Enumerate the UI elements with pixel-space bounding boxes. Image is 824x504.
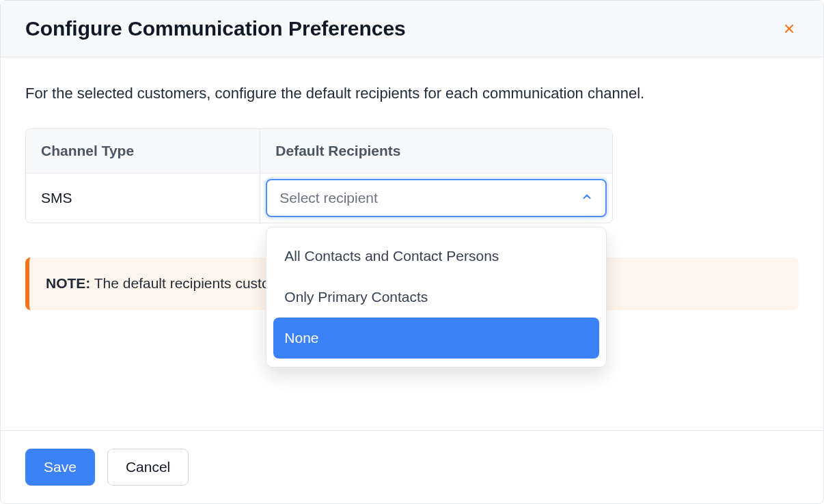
modal-header: Configure Communication Preferences <box>1 1 823 57</box>
dropdown-option-all[interactable]: All Contacts and Contact Persons <box>273 236 599 277</box>
cancel-button[interactable]: Cancel <box>107 449 189 486</box>
column-header-channel: Channel Type <box>26 129 260 173</box>
cell-channel: SMS <box>26 173 260 223</box>
recipients-table: Channel Type Default Recipients SMS Sele… <box>25 128 613 223</box>
intro-text: For the selected customers, configure th… <box>25 82 799 105</box>
select-placeholder: Select recipient <box>279 190 378 206</box>
cell-recipients: Select recipient All Contacts and Contac… <box>260 173 612 223</box>
recipient-select[interactable]: Select recipient <box>266 179 607 217</box>
table-row: SMS Select recipient All Contacts and Co… <box>26 173 612 223</box>
note-label: NOTE: <box>46 275 90 291</box>
dropdown-option-none[interactable]: None <box>273 318 599 359</box>
chevron-up-icon <box>581 191 593 206</box>
modal-body: For the selected customers, configure th… <box>1 57 823 430</box>
recipient-dropdown: All Contacts and Contact Persons Only Pr… <box>266 227 607 367</box>
column-header-recipients: Default Recipients <box>260 129 612 173</box>
close-icon[interactable] <box>780 19 799 38</box>
modal-footer: Save Cancel <box>1 430 823 503</box>
modal-configure-communication: Configure Communication Preferences For … <box>0 0 824 504</box>
dropdown-option-primary[interactable]: Only Primary Contacts <box>273 277 599 318</box>
modal-title: Configure Communication Preferences <box>25 17 406 40</box>
note-text-before: The default recipients <box>90 275 235 291</box>
save-button[interactable]: Save <box>25 449 95 486</box>
